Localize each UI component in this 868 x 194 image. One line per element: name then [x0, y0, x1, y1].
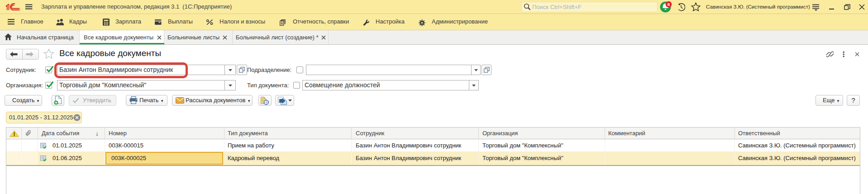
svg-text:8: 8	[668, 2, 670, 7]
